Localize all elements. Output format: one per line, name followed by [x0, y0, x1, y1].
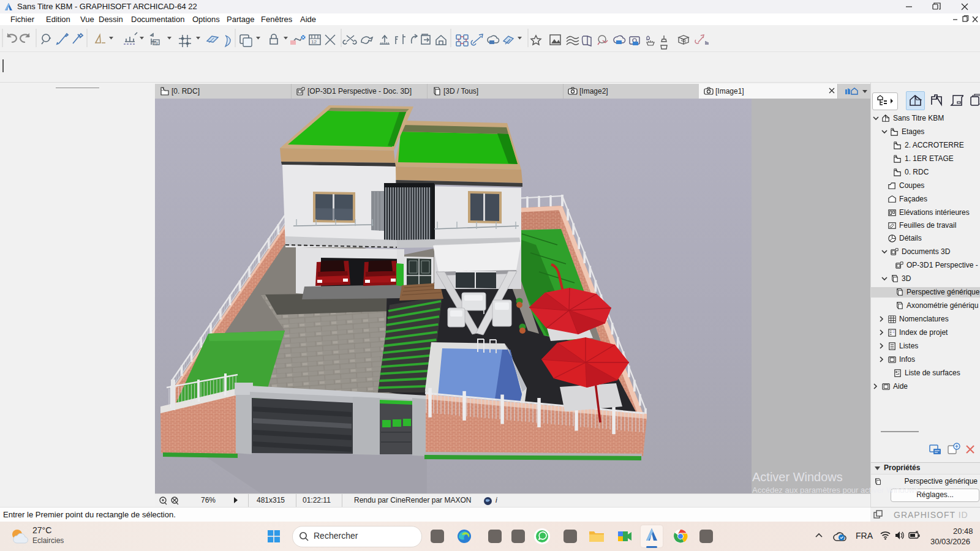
svg-text:12: 12: [311, 39, 317, 45]
svg-text:xy: xy: [154, 40, 159, 45]
